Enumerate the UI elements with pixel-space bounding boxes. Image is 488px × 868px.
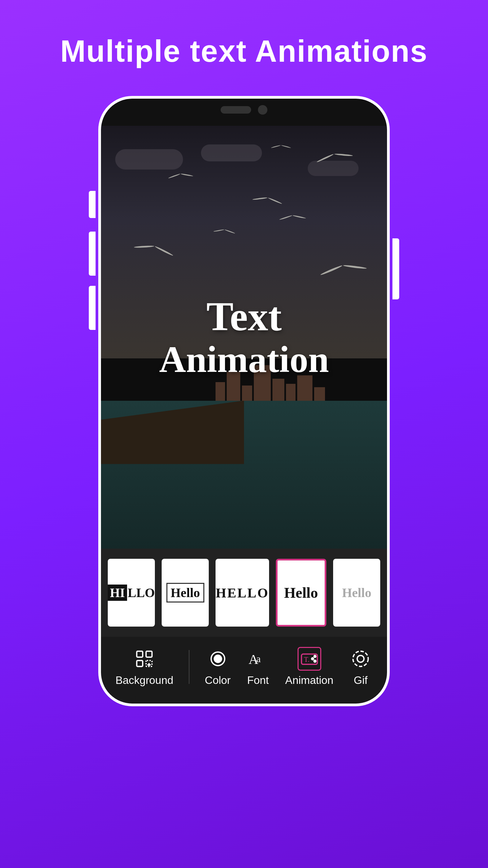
nav-label-gif: Gif xyxy=(354,674,368,687)
nav-item-animation[interactable]: T. Animation xyxy=(285,647,333,687)
style-options-row: HILLO Hello HELLO Hello Hello xyxy=(101,549,387,637)
hi-box: HI xyxy=(108,585,127,601)
svg-text:T.: T. xyxy=(304,655,309,664)
phone-button-volume-up xyxy=(89,232,96,276)
style-option-boxed[interactable]: Hello xyxy=(162,559,209,627)
notch-camera xyxy=(258,105,267,115)
color-icon xyxy=(206,647,230,671)
nav-divider-1 xyxy=(189,650,189,684)
phone-notch xyxy=(197,99,291,121)
circle-icon xyxy=(208,649,228,669)
nav-label-font: Font xyxy=(247,674,269,687)
svg-rect-1 xyxy=(146,651,152,657)
nav-label-color: Color xyxy=(205,674,230,687)
birds-background: Text Animation xyxy=(101,126,387,549)
circle-dashed-icon xyxy=(350,649,371,669)
nav-item-color[interactable]: Color xyxy=(205,647,230,687)
font-aa-icon: A a xyxy=(248,649,268,669)
style-option-serif-bold[interactable]: Hello xyxy=(276,559,326,627)
phone-button-mute xyxy=(89,191,96,218)
screen-text-line1: Text xyxy=(206,294,282,339)
screen-content: Text Animation xyxy=(101,126,387,549)
phone-notch-area xyxy=(101,99,387,126)
svg-point-15 xyxy=(353,651,368,667)
svg-point-13 xyxy=(314,656,316,657)
style-option-serif-bold-text: Hello xyxy=(284,584,318,601)
phone-mockup: Text Animation HILLO Hello HELLO xyxy=(98,96,390,706)
phone-button-power xyxy=(392,238,399,299)
nav-label-background: Background xyxy=(116,674,174,687)
nav-label-animation: Animation xyxy=(285,674,333,687)
style-option-light[interactable]: Hello xyxy=(333,559,380,627)
gif-icon xyxy=(349,647,372,671)
style-option-block-highlight-text: HILLO xyxy=(108,585,155,601)
notch-pill xyxy=(221,106,251,114)
style-option-block-highlight[interactable]: HILLO xyxy=(108,559,155,627)
screen-text-line2: Animation xyxy=(159,339,329,380)
font-icon: A a xyxy=(246,647,270,671)
animation-icon-box: T. xyxy=(298,647,321,671)
svg-point-12 xyxy=(312,658,313,660)
svg-point-7 xyxy=(215,655,221,662)
svg-rect-0 xyxy=(137,651,143,657)
grid-add-icon xyxy=(134,649,155,669)
nav-item-font[interactable]: A a Font xyxy=(246,647,270,687)
svg-point-14 xyxy=(314,660,316,662)
svg-rect-2 xyxy=(137,660,143,667)
style-option-uppercase-text: HELLO xyxy=(216,585,269,601)
nav-item-background[interactable]: Background xyxy=(116,647,174,687)
svg-point-16 xyxy=(357,655,364,662)
background-icon xyxy=(133,647,156,671)
page-title: Multiple text Animations xyxy=(60,34,428,69)
bottom-navigation: Background Color A a xyxy=(101,637,387,704)
style-option-uppercase[interactable]: HELLO xyxy=(216,559,269,627)
phone-button-volume-down xyxy=(89,286,96,330)
style-option-light-text: Hello xyxy=(342,585,371,600)
style-option-boxed-text: Hello xyxy=(166,583,205,603)
nav-item-gif[interactable]: Gif xyxy=(349,647,372,687)
text-animation-icon: T. xyxy=(300,649,319,669)
svg-text:a: a xyxy=(256,653,261,664)
screen-text-overlay: Text Animation xyxy=(101,126,387,549)
phone-screen: Text Animation HILLO Hello HELLO xyxy=(101,99,387,704)
